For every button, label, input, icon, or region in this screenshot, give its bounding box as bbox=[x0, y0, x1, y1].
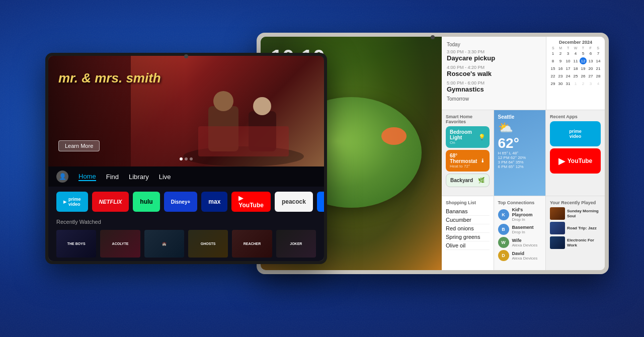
hero-dots bbox=[180, 157, 193, 160]
app-paramount[interactable]: paramount+ bbox=[317, 192, 324, 212]
cal-day-31[interactable]: 31 bbox=[565, 80, 572, 87]
conn-name-w: Wife bbox=[512, 238, 538, 243]
cal-day-30[interactable]: 30 bbox=[557, 80, 564, 87]
echo-agenda-widget: Today 3:00 PM - 3:30 PM Daycare pickup 4… bbox=[442, 37, 546, 110]
youtube-app-label: YouTube bbox=[568, 157, 593, 164]
cal-day-27[interactable]: 27 bbox=[587, 72, 594, 79]
nav-library[interactable]: Library bbox=[129, 173, 149, 181]
cal-day-5[interactable]: 5 bbox=[580, 50, 587, 57]
cal-day-21[interactable]: 21 bbox=[595, 65, 602, 72]
show-acolyte[interactable]: ACOLYTE bbox=[100, 230, 140, 258]
firetv-apps-row: ▶ prime video NETFLIX hulu Disney+ max ▶… bbox=[48, 187, 324, 217]
cal-day-25[interactable]: 25 bbox=[572, 72, 579, 79]
cal-day-1[interactable]: 1 bbox=[549, 50, 556, 57]
cal-day-next-3[interactable]: 3 bbox=[587, 80, 594, 87]
conn-name-k: Kid's Playroom bbox=[512, 207, 542, 217]
backyard-icon: 🌿 bbox=[478, 177, 485, 184]
app-disney[interactable]: Disney+ bbox=[164, 192, 198, 212]
cal-day-28[interactable]: 28 bbox=[595, 72, 602, 79]
nav-find[interactable]: Find bbox=[106, 173, 119, 181]
connection-david[interactable]: D David Alexa Devices bbox=[498, 250, 542, 261]
cal-day-24[interactable]: 24 bbox=[565, 72, 572, 79]
nav-live[interactable]: Live bbox=[159, 173, 171, 181]
app-hulu[interactable]: hulu bbox=[133, 192, 159, 212]
cal-day-23[interactable]: 23 bbox=[557, 72, 564, 79]
cal-day-22[interactable]: 22 bbox=[549, 72, 556, 79]
app-max[interactable]: max bbox=[201, 192, 227, 212]
cal-day-20[interactable]: 20 bbox=[587, 65, 594, 72]
cal-day-7[interactable]: 7 bbox=[595, 50, 602, 57]
conn-sub-b: Drop In bbox=[512, 230, 534, 234]
cal-day-4[interactable]: 4 bbox=[572, 50, 579, 57]
played-thumb-3 bbox=[550, 236, 565, 249]
bedroom-light-status: On bbox=[450, 140, 478, 145]
smarthome-backyard[interactable]: Backyard 🌿 bbox=[446, 174, 490, 187]
shopping-list-title: Shopping List bbox=[446, 200, 490, 205]
cal-day-17[interactable]: 17 bbox=[565, 65, 572, 72]
cal-day-8[interactable]: 8 bbox=[549, 57, 556, 64]
cal-day-16[interactable]: 16 bbox=[557, 65, 564, 72]
conn-avatar-b: B bbox=[498, 224, 509, 235]
echo-info-panel: Today 3:00 PM - 3:30 PM Daycare pickup 4… bbox=[442, 37, 605, 270]
calendar-days-header: S M T W T F S bbox=[549, 46, 602, 50]
recent-app-prime[interactable]: prime video bbox=[550, 121, 601, 146]
smarthome-bedroom-light[interactable]: Bedroom Light On 💡 bbox=[446, 126, 490, 148]
show-label: GHOSTS bbox=[200, 241, 217, 246]
weather-high-low: H 65° L 48° bbox=[498, 151, 542, 155]
cal-day-12-today[interactable]: 12 bbox=[580, 57, 587, 64]
cal-day-next-4[interactable]: 4 bbox=[595, 80, 602, 87]
show-joker[interactable]: JOKER bbox=[276, 230, 316, 258]
cal-day-3[interactable]: 3 bbox=[565, 50, 572, 57]
cal-day-6[interactable]: 6 bbox=[587, 50, 594, 57]
smarthome-thermostat[interactable]: 68° Thermostat Heat to 72° 🌡 bbox=[446, 150, 490, 172]
cal-day-10[interactable]: 10 bbox=[565, 57, 572, 64]
show-disney[interactable]: 🏰 bbox=[144, 230, 184, 258]
cal-mon: M bbox=[557, 46, 565, 50]
show-the-boys[interactable]: THE BOYS bbox=[56, 230, 96, 258]
recent-app-youtube[interactable]: ▶ YouTube bbox=[550, 148, 601, 174]
conn-avatar-d: D bbox=[498, 250, 509, 261]
scene: mr. & mrs. smith Learn More 👤 Home Find … bbox=[20, 13, 624, 324]
backyard-name: Backyard bbox=[450, 178, 473, 183]
show-ghosts[interactable]: GHOSTS bbox=[188, 230, 228, 258]
show-label: REACHER bbox=[243, 241, 262, 246]
played-name-1: Sunday Morning Soul bbox=[567, 209, 601, 218]
connection-basement[interactable]: B Basement Drop In bbox=[498, 224, 542, 235]
shopping-item-bananas: Bananas bbox=[446, 207, 490, 216]
agenda-time-1: 3:00 PM - 3:30 PM bbox=[447, 49, 541, 54]
show-reacher[interactable]: REACHER bbox=[232, 230, 272, 258]
conn-sub-d: Alexa Devices bbox=[512, 256, 538, 261]
played-road-trip[interactable]: Road Trip: Jazz bbox=[550, 222, 601, 234]
played-electronic[interactable]: Electronic For Work bbox=[550, 236, 601, 249]
cal-day-26[interactable]: 26 bbox=[580, 72, 587, 79]
played-sunday-soul[interactable]: Sunday Morning Soul bbox=[550, 207, 601, 220]
recently-watched-label: Recently Watched bbox=[48, 217, 324, 227]
learn-more-button[interactable]: Learn More bbox=[58, 140, 100, 151]
cal-fri: F bbox=[587, 46, 594, 50]
show-label: JOKER bbox=[289, 241, 303, 246]
hero-dot-1 bbox=[180, 157, 183, 160]
weather-12pm: 12 PM 62° 20% bbox=[498, 155, 542, 160]
connection-wife[interactable]: W Wife Alexa Devices bbox=[498, 237, 542, 248]
cal-day-14[interactable]: 14 bbox=[595, 57, 602, 64]
cal-day-next-2[interactable]: 2 bbox=[580, 80, 587, 87]
app-netflix[interactable]: NETFLIX bbox=[92, 192, 129, 212]
cal-day-18[interactable]: 18 bbox=[572, 65, 579, 72]
cal-day-15[interactable]: 15 bbox=[549, 65, 556, 72]
conn-name-d: David bbox=[512, 251, 538, 256]
cal-day-13[interactable]: 13 bbox=[587, 57, 594, 64]
cal-day-next-1[interactable]: 1 bbox=[572, 80, 579, 87]
cal-day-19[interactable]: 19 bbox=[580, 65, 587, 72]
show-label: THE BOYS bbox=[66, 241, 87, 246]
device-fire-tv: mr. & mrs. smith Learn More 👤 Home Find … bbox=[45, 53, 327, 264]
cal-day-29[interactable]: 29 bbox=[549, 80, 556, 87]
connection-kids-playroom[interactable]: K Kid's Playroom Drop In bbox=[498, 207, 542, 222]
app-prime-video[interactable]: ▶ prime video bbox=[56, 192, 88, 212]
nav-home[interactable]: Home bbox=[78, 173, 96, 181]
app-youtube[interactable]: ▶ YouTube bbox=[231, 192, 271, 212]
cal-day-9[interactable]: 9 bbox=[557, 57, 564, 64]
agenda-tomorrow-label: Tomorrow bbox=[447, 96, 541, 102]
app-peacock[interactable]: peacock bbox=[275, 192, 313, 212]
cal-day-2[interactable]: 2 bbox=[557, 50, 564, 57]
cal-day-11[interactable]: 11 bbox=[572, 57, 579, 64]
